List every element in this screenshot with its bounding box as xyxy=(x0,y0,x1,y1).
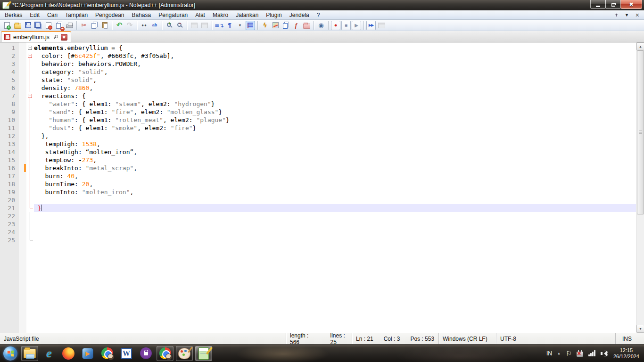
bookmark-margin[interactable] xyxy=(19,84,26,92)
word-wrap-icon[interactable]: ≡↴ xyxy=(215,21,224,30)
taskbar-paint[interactable] xyxy=(176,346,193,361)
code-line-22[interactable]: 22 xyxy=(0,212,636,220)
close-all-icon[interactable]: − xyxy=(54,21,64,30)
stop-recording-icon[interactable]: ■ xyxy=(341,21,351,30)
bookmark-margin[interactable] xyxy=(19,204,26,212)
playback-macro-icon[interactable]: ▶ xyxy=(352,21,361,30)
document-list-icon[interactable] xyxy=(281,21,290,30)
taskbar-chrome-profile[interactable] xyxy=(157,346,173,361)
bookmark-margin[interactable] xyxy=(19,156,26,164)
replace-icon[interactable]: ab xyxy=(150,21,159,30)
bookmark-margin[interactable] xyxy=(19,140,26,148)
code-line-24[interactable]: 24 xyxy=(0,228,636,236)
code-line-5[interactable]: 5 state: "solid", xyxy=(0,76,636,84)
bookmark-margin[interactable] xyxy=(19,68,26,76)
show-symbol-dropdown-icon[interactable]: ▼ xyxy=(235,21,245,30)
close-file-icon[interactable]: − xyxy=(44,21,53,30)
open-file-icon[interactable] xyxy=(13,21,22,30)
bookmark-margin[interactable] xyxy=(19,124,26,132)
code-line-10[interactable]: 10 "human": { elem1: "rotten_meat", elem… xyxy=(0,116,636,124)
monitoring-icon[interactable]: ◉ xyxy=(316,21,326,30)
bookmark-margin[interactable] xyxy=(19,44,26,52)
taskbar-explorer[interactable] xyxy=(21,346,38,361)
code-line-1[interactable]: 1elements.emberyllium = { xyxy=(0,44,636,52)
define-language-icon[interactable]: ϟ xyxy=(260,21,270,30)
menu-item-jendela[interactable]: Jendela xyxy=(286,11,313,19)
bookmark-margin[interactable] xyxy=(19,100,26,108)
taskbar-internet-explorer[interactable]: e xyxy=(41,346,58,361)
start-recording-icon[interactable]: ● xyxy=(331,21,340,30)
fold-collapse-icon[interactable] xyxy=(26,44,34,52)
bookmark-margin[interactable] xyxy=(19,180,26,188)
status-eol-format[interactable]: Windows (CR LF) xyxy=(438,333,496,344)
code-line-6[interactable]: 6 density: 7860, xyxy=(0,84,636,92)
code-line-9[interactable]: 9 "sand": { elem1: "fire", elem2: "molte… xyxy=(0,108,636,116)
menu-item-pengodean[interactable]: Pengodean xyxy=(91,11,128,19)
language-indicator[interactable]: IN xyxy=(546,350,552,357)
bookmark-margin[interactable] xyxy=(19,76,26,84)
taskbar-word[interactable]: W xyxy=(118,346,135,361)
code-line-11[interactable]: 11 "dust": { elem1: "smoke", elem2: "fir… xyxy=(0,124,636,132)
scroll-up-icon[interactable]: ▲ xyxy=(636,42,644,50)
bookmark-margin[interactable] xyxy=(19,188,26,196)
tab-list-dropdown-icon[interactable]: ▼ xyxy=(625,13,629,17)
zoom-in-icon[interactable]: + xyxy=(165,21,174,30)
minimize-button[interactable] xyxy=(590,0,606,9)
taskbar-firefox[interactable] xyxy=(60,346,77,361)
menu-item-tampilan[interactable]: Tampilan xyxy=(61,11,91,19)
show-hidden-icons-icon[interactable]: ▲ xyxy=(557,352,561,355)
zoom-out-icon[interactable]: − xyxy=(175,21,184,30)
status-insert-mode[interactable]: INS xyxy=(615,333,644,344)
taskbar-notepad-plus-plus[interactable] xyxy=(195,346,212,361)
network-signal-icon[interactable] xyxy=(588,350,595,356)
print-icon[interactable] xyxy=(65,21,74,30)
bookmark-margin[interactable] xyxy=(19,108,26,116)
editor-area[interactable]: 1elements.emberyllium = {2 color: [#6c42… xyxy=(0,42,644,333)
menu-item-pengaturan[interactable]: Pengaturan xyxy=(155,11,191,19)
menu-item-berkas[interactable]: Berkas xyxy=(1,11,26,19)
taskbar-avast-browser[interactable] xyxy=(137,346,154,361)
code-line-18[interactable]: 18 burnTime: 20, xyxy=(0,180,636,188)
code-line-20[interactable]: 20 xyxy=(0,196,636,204)
change-marker[interactable] xyxy=(19,164,26,172)
bookmark-margin[interactable] xyxy=(19,148,26,156)
start-button[interactable] xyxy=(2,346,19,361)
undo-icon[interactable]: ↶ xyxy=(115,21,124,30)
indent-guide-icon[interactable] xyxy=(246,21,255,30)
cut-icon[interactable]: ✂ xyxy=(79,21,89,30)
bookmark-margin[interactable] xyxy=(19,212,26,220)
bookmark-margin[interactable] xyxy=(19,92,26,100)
fold-collapse-icon[interactable] xyxy=(26,52,34,60)
taskbar-chrome[interactable] xyxy=(99,346,116,361)
taskbar-media-player[interactable]: ▶ xyxy=(79,346,96,361)
power-error-icon[interactable]: × xyxy=(577,352,583,357)
taskbar-clock[interactable]: 12:15 26/12/2024 xyxy=(613,347,641,360)
fold-collapse-icon[interactable] xyxy=(26,92,34,100)
menu-item-edit[interactable]: Edit xyxy=(26,11,43,19)
scrollbar-thumb[interactable] xyxy=(637,50,644,214)
bookmark-margin[interactable] xyxy=(19,60,26,68)
code-line-12[interactable]: 12 }, xyxy=(0,132,636,140)
code-line-17[interactable]: 17 burn: 40, xyxy=(0,172,636,180)
code-line-8[interactable]: 8 "water": { elem1: "steam", elem2: "hyd… xyxy=(0,100,636,108)
menu-item-bahasa[interactable]: Bahasa xyxy=(128,11,155,19)
bookmark-margin[interactable] xyxy=(19,52,26,60)
code-line-2[interactable]: 2 color: [#6c425f", #6603fc, #3f05ab], xyxy=(0,52,636,60)
code-line-4[interactable]: 4 category: "solid", xyxy=(0,68,636,76)
status-encoding[interactable]: UTF-8 xyxy=(496,333,615,344)
run-macro-multiple-icon[interactable]: ▶▶ xyxy=(366,21,376,30)
bookmark-margin[interactable] xyxy=(19,228,26,236)
code-line-14[interactable]: 14 stateHigh: “molten_iron”, xyxy=(0,148,636,156)
menu-item-cari[interactable]: Cari xyxy=(43,11,61,19)
save-file-icon[interactable] xyxy=(23,21,33,30)
new-file-icon[interactable]: + xyxy=(2,21,12,30)
bookmark-margin[interactable] xyxy=(19,196,26,204)
bookmark-margin[interactable] xyxy=(19,236,26,244)
menu-item-jalankan[interactable]: Jalankan xyxy=(232,11,262,19)
bookmark-margin[interactable] xyxy=(19,132,26,140)
save-all-icon[interactable] xyxy=(33,21,43,30)
code-line-23[interactable]: 23 xyxy=(0,220,636,228)
show-all-characters-icon[interactable]: ¶ xyxy=(225,21,234,30)
code-line-21[interactable]: 21 } xyxy=(0,204,636,212)
menu-item-?[interactable]: ? xyxy=(313,11,324,19)
